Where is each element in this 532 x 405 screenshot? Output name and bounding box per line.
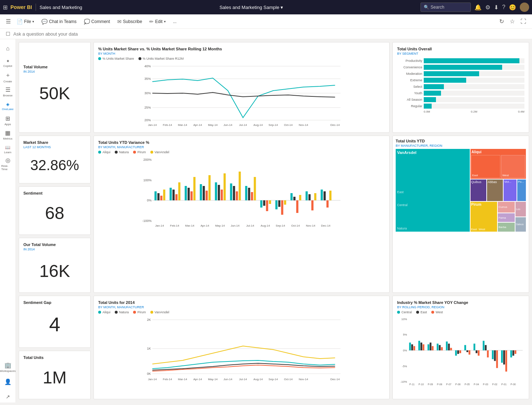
x-label-04: 0.4M [518,110,524,113]
favorite-icon[interactable]: ☆ [508,17,516,26]
sidebar-item-onelake[interactable]: ◈ OneLake [1,100,14,113]
treemap-label-pirum: Pirum [471,202,496,206]
svg-text:P-10: P-10 [419,383,424,386]
edit-chevron-icon: ▾ [164,20,166,23]
sidebar-label-workspaces: Workspaces [0,369,15,373]
svg-text:P-06: P-06 [455,383,461,386]
svg-rect-122 [441,347,443,350]
market-share-line-title: % Units Market Share vs. % Units Market … [98,47,385,51]
search-box[interactable]: 🔍 Search [420,3,471,12]
apps-icon: ⊞ [5,115,10,122]
bar-track [424,71,524,76]
total-units-ytd-card[interactable]: Total Units YTD BY MANUFACTURER, REGION … [392,136,529,293]
svg-text:Aug-14: Aug-14 [254,123,263,127]
industry-market-share-card[interactable]: Industry % Market Share YOY Change BY RO… [392,296,529,399]
total-volume-title: Total Volume [23,65,86,69]
sidebar-item-copilot[interactable]: ✦ Copilot [1,56,14,69]
bar-label-select: Select [397,85,422,88]
sidebar-item-profile[interactable]: 👤 [1,375,14,388]
svg-rect-118 [429,342,431,350]
svg-rect-44 [218,185,220,200]
svg-text:Oct-14: Oct-14 [284,378,293,381]
svg-rect-54 [254,177,256,200]
more-button[interactable]: ... [170,18,179,26]
comment-button[interactable]: 💭 Comment [81,17,113,26]
svg-text:0%: 0% [147,199,151,202]
our-total-volume-card[interactable]: Our Total Volume IN 2014 16K [19,238,91,293]
smiley-icon[interactable]: 😊 [509,4,516,11]
menu-icon[interactable]: ☰ [4,17,12,26]
edit-button[interactable]: ✏ Edit ▾ [146,17,169,26]
svg-rect-27 [155,191,157,200]
svg-rect-38 [194,177,196,200]
expand-sidebar-icon[interactable]: ↗ [6,394,10,400]
file-button[interactable]: 📄 File ▾ [14,17,37,26]
legend-vanarsdel: VanArsdel [150,150,169,154]
svg-text:Mar-14: Mar-14 [178,123,187,127]
total-units-title: Total Units [23,355,86,360]
svg-text:Jul-14: Jul-14 [239,378,247,381]
report-title[interactable]: Sales and Marketing Sample [219,5,279,10]
sidebar-item-create[interactable]: ＋ Create [1,71,14,84]
svg-rect-65 [296,200,299,213]
svg-text:P-02: P-02 [492,383,497,386]
sidebar-item-realtime[interactable]: ◎ Real-Time [1,157,14,170]
market-share-card[interactable]: Market Share LAST 12 MONTHS 32.86% [19,136,91,183]
grid-icon[interactable]: ⊞ [3,4,8,11]
ytd-variance-subtitle: BY MONTH, MANUFACTURER [98,145,385,149]
total-volume-card[interactable]: Total Volume IN 2014 50K [19,42,91,133]
treemap-fama: Fama [498,213,515,222]
svg-text:Jun-14: Jun-14 [223,378,232,381]
svg-rect-141 [501,350,503,363]
svg-rect-123 [446,341,448,350]
settings-icon[interactable]: ⚙ [485,4,490,11]
help-icon[interactable]: ? [502,4,505,10]
total-units-2014-card[interactable]: Total Units for 2014 BY MONTH, MANUFACTU… [94,296,390,399]
edit-icon: ✏ [149,19,154,24]
chat-teams-button[interactable]: 💬 Chat in Teams [38,17,79,26]
total-units-overall-card[interactable]: Total Units Overall BY SEGMENT Productiv… [392,42,529,133]
svg-text:P-08: P-08 [437,383,442,386]
user-avatar[interactable] [520,3,529,12]
comment-label: Comment [91,19,110,24]
file-chevron-icon: ▾ [32,20,34,23]
legend2-aliqui: Aliqui [98,310,110,314]
chevron-down-icon[interactable]: ▾ [281,5,283,10]
treemap-sublabel-vanarsdel-central: Central [397,203,408,207]
qna-input[interactable] [13,31,526,37]
sentiment-gap-card[interactable]: Sentiment Gap 4 [19,296,91,348]
sidebar-item-browse[interactable]: ☰ Browse [1,85,14,98]
ytd-variance-card[interactable]: Total Units YTD Variance % BY MONTH, MAN… [94,136,390,293]
svg-text:10%: 10% [401,318,407,321]
search-icon: 🔍 [424,5,429,10]
sidebar-item-learn[interactable]: 📖 Learn [1,143,14,156]
sidebar-item-home[interactable]: ⌂ [1,42,14,55]
fullscreen-icon[interactable]: ⛶ [519,17,528,26]
total-units-card[interactable]: Total Units 1M [19,351,91,399]
bar-row-allseason: All Season [397,97,524,102]
notifications-icon[interactable]: 🔔 [474,4,482,11]
copilot-icon: ✦ [6,59,10,64]
subscribe-button[interactable]: ✉ Subscribe [114,17,145,26]
treemap-tiny-blocks: Leo Salvus [515,202,526,232]
market-share-line-card[interactable]: % Units Market Share vs. % Units Market … [94,42,390,133]
svg-text:Nov-14: Nov-14 [299,123,308,127]
bar-label-youth: Youth [397,91,422,95]
refresh-icon[interactable]: ↻ [498,17,505,26]
download-icon[interactable]: ⬇ [494,4,499,11]
ytd-variance-legend: Aliqui Natura Pirum VanArsdel [98,150,385,154]
sidebar-item-workspaces[interactable]: 🏢 Workspaces [1,361,14,374]
industry-legend-west: West [431,310,443,314]
sidebar-item-metrics[interactable]: ▦ Metrics [1,128,14,141]
dashboard-grid: Total Volume IN 2014 50K % Units Market … [19,42,529,399]
svg-text:Aug-14: Aug-14 [261,224,270,227]
svg-rect-144 [510,350,512,358]
sidebar-item-apps[interactable]: ⊞ Apps [1,114,14,127]
sentiment-card[interactable]: Sentiment 68 [19,186,91,235]
industry-legend: Central East West [397,310,524,314]
svg-rect-138 [492,350,494,359]
svg-rect-136 [485,345,487,350]
svg-rect-60 [278,200,281,207]
svg-rect-33 [176,194,178,200]
svg-text:Mar-14: Mar-14 [178,378,187,381]
